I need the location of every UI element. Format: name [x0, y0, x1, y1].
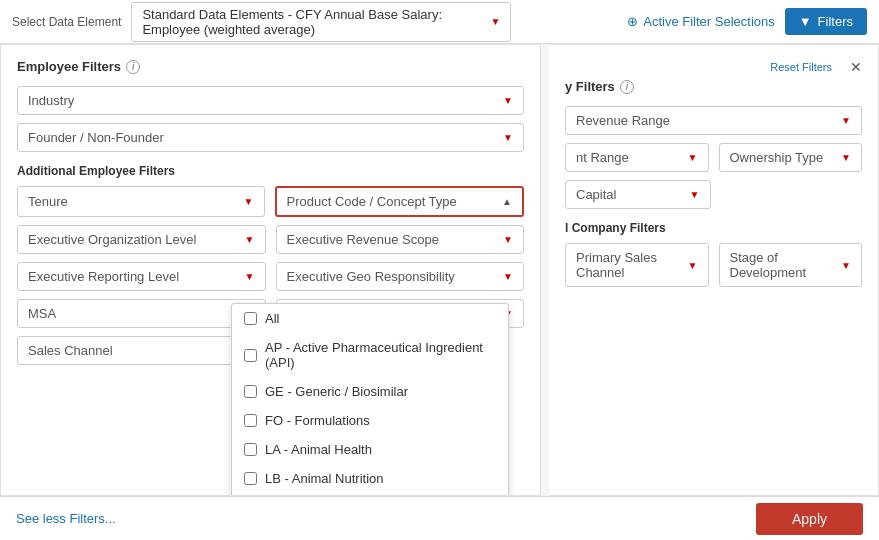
stage-of-development-chevron-icon: ▼: [841, 260, 851, 271]
employee-filters-title-text: Employee Filters: [17, 59, 121, 74]
ownership-type-chevron-icon: ▼: [841, 152, 851, 163]
exec-revenue-scope-label: Executive Revenue Scope: [287, 232, 439, 247]
additional-company-filters-title: l Company Filters: [565, 221, 862, 235]
apply-button[interactable]: Apply: [756, 503, 863, 535]
tenure-chevron-icon: ▼: [244, 196, 254, 207]
dropdown-scroll-area[interactable]: All AP - Active Pharmaceutical Ingredien…: [232, 304, 508, 496]
dd-label-fo: FO - Formulations: [265, 413, 370, 428]
revenue-range-filter[interactable]: Revenue Range ▼: [565, 106, 862, 135]
exec-revenue-scope-filter[interactable]: Executive Revenue Scope ▼: [276, 225, 525, 254]
stage-of-development-filter[interactable]: Stage of Development ▼: [719, 243, 863, 287]
primary-sales-channel-chevron-icon: ▼: [688, 260, 698, 271]
exec-geo-resp-label: Executive Geo Responsibility: [287, 269, 455, 284]
revenue-range-chevron-icon: ▼: [841, 115, 851, 126]
dd-item-lc[interactable]: LC - Cardiology: [232, 493, 508, 496]
select-data-element-label: Select Data Element: [12, 15, 121, 29]
company-filters-info-icon[interactable]: i: [620, 80, 634, 94]
close-icon[interactable]: ✕: [850, 59, 862, 75]
dd-label-ap: AP - Active Pharmaceutical Ingredient (A…: [265, 340, 496, 370]
employee-filters-panel: Employee Filters i Industry ▼ Founder / …: [0, 44, 541, 496]
revenue-range-label: Revenue Range: [576, 113, 670, 128]
data-element-dropdown[interactable]: Standard Data Elements - CFY Annual Base…: [131, 2, 511, 42]
active-filter-label: Active Filter Selections: [643, 14, 775, 29]
company-filter-row-3: Capital ▼: [565, 180, 862, 209]
dropdown-arrow-icon: ▼: [490, 16, 500, 27]
filters-label: Filters: [818, 14, 853, 29]
dd-label-lb: LB - Animal Nutrition: [265, 471, 384, 486]
dd-checkbox-la[interactable]: [244, 443, 257, 456]
panel-divider: [541, 44, 549, 496]
sales-channel-filter[interactable]: Sales Channel ▼: [17, 336, 265, 365]
employee-filter-row-1: Industry ▼: [17, 86, 524, 115]
company-filters-title: y Filters i: [565, 79, 862, 94]
exec-geo-resp-filter[interactable]: Executive Geo Responsibility ▼: [276, 262, 525, 291]
dd-item-all[interactable]: All: [232, 304, 508, 333]
exec-reporting-level-chevron-icon: ▼: [245, 271, 255, 282]
msa-label: MSA: [28, 306, 56, 321]
dd-checkbox-ge[interactable]: [244, 385, 257, 398]
product-code-dropdown: All AP - Active Pharmaceutical Ingredien…: [231, 303, 509, 496]
employee-filters-info-icon[interactable]: i: [126, 60, 140, 74]
dd-checkbox-lb[interactable]: [244, 472, 257, 485]
tenure-label: Tenure: [28, 194, 68, 209]
dd-item-lb[interactable]: LB - Animal Nutrition: [232, 464, 508, 493]
active-filter-button[interactable]: ⊕ Active Filter Selections: [627, 14, 775, 29]
dd-label-all: All: [265, 311, 279, 326]
nt-range-chevron-icon: ▼: [688, 152, 698, 163]
tenure-filter[interactable]: Tenure ▼: [17, 186, 265, 217]
additional-filter-row-1: Tenure ▼ Product Code / Concept Type ▲: [17, 186, 524, 217]
primary-sales-channel-label: Primary Sales Channel: [576, 250, 688, 280]
dd-item-ap[interactable]: AP - Active Pharmaceutical Ingredient (A…: [232, 333, 508, 377]
msa-filter[interactable]: MSA ▼: [17, 299, 266, 328]
ownership-type-filter[interactable]: Ownership Type ▼: [719, 143, 863, 172]
capital-label: Capital: [576, 187, 616, 202]
industry-filter[interactable]: Industry ▼: [17, 86, 524, 115]
sales-channel-label: Sales Channel: [28, 343, 113, 358]
company-filter-row-1: Revenue Range ▼: [565, 106, 862, 135]
exec-org-level-filter[interactable]: Executive Organization Level ▼: [17, 225, 266, 254]
company-filters-title-text: y Filters: [565, 79, 615, 94]
dd-checkbox-fo[interactable]: [244, 414, 257, 427]
founder-label: Founder / Non-Founder: [28, 130, 164, 145]
product-code-chevron-icon: ▲: [502, 196, 512, 207]
see-less-link[interactable]: See less Filters...: [16, 511, 116, 526]
product-code-filter[interactable]: Product Code / Concept Type ▲: [275, 186, 525, 217]
filter-icon: ▼: [799, 14, 812, 29]
employee-filter-row-2: Founder / Non-Founder ▼: [17, 123, 524, 152]
additional-employee-filters-title: Additional Employee Filters: [17, 164, 524, 178]
main-area: Employee Filters i Industry ▼ Founder / …: [0, 44, 879, 496]
dd-item-ge[interactable]: GE - Generic / Biosimilar: [232, 377, 508, 406]
dd-checkbox-ap[interactable]: [244, 349, 257, 362]
top-bar: Select Data Element Standard Data Elemen…: [0, 0, 879, 44]
primary-sales-channel-filter[interactable]: Primary Sales Channel ▼: [565, 243, 709, 287]
dd-item-la[interactable]: LA - Animal Health: [232, 435, 508, 464]
nt-range-filter[interactable]: nt Range ▼: [565, 143, 709, 172]
exec-org-level-chevron-icon: ▼: [245, 234, 255, 245]
capital-filter[interactable]: Capital ▼: [565, 180, 711, 209]
dd-checkbox-all[interactable]: [244, 312, 257, 325]
top-bar-right: ⊕ Active Filter Selections ▼ Filters: [627, 8, 867, 35]
product-code-label: Product Code / Concept Type: [287, 194, 457, 209]
company-filters-panel: Reset Filters ✕ y Filters i Revenue Rang…: [549, 44, 879, 496]
exec-org-level-label: Executive Organization Level: [28, 232, 196, 247]
company-filter-row-2: nt Range ▼ Ownership Type ▼: [565, 143, 862, 172]
right-panel-top-row: Reset Filters ✕: [565, 59, 862, 75]
additional-filter-row-2: Executive Organization Level ▼ Executive…: [17, 225, 524, 254]
bottom-bar: See less Filters... Apply: [0, 496, 879, 540]
dd-item-fo[interactable]: FO - Formulations: [232, 406, 508, 435]
additional-company-filter-row-1: Primary Sales Channel ▼ Stage of Develop…: [565, 243, 862, 287]
exec-revenue-scope-chevron-icon: ▼: [503, 234, 513, 245]
industry-chevron-icon: ▼: [503, 95, 513, 106]
filters-button[interactable]: ▼ Filters: [785, 8, 867, 35]
data-element-value: Standard Data Elements - CFY Annual Base…: [142, 7, 482, 37]
dd-label-la: LA - Animal Health: [265, 442, 372, 457]
reset-filters-link[interactable]: Reset Filters: [770, 61, 832, 73]
additional-filter-row-3: Executive Reporting Level ▼ Executive Ge…: [17, 262, 524, 291]
founder-chevron-icon: ▼: [503, 132, 513, 143]
dd-label-ge: GE - Generic / Biosimilar: [265, 384, 408, 399]
industry-label: Industry: [28, 93, 74, 108]
plus-icon: ⊕: [627, 14, 638, 29]
exec-geo-resp-chevron-icon: ▼: [503, 271, 513, 282]
exec-reporting-level-filter[interactable]: Executive Reporting Level ▼: [17, 262, 266, 291]
founder-filter[interactable]: Founder / Non-Founder ▼: [17, 123, 524, 152]
